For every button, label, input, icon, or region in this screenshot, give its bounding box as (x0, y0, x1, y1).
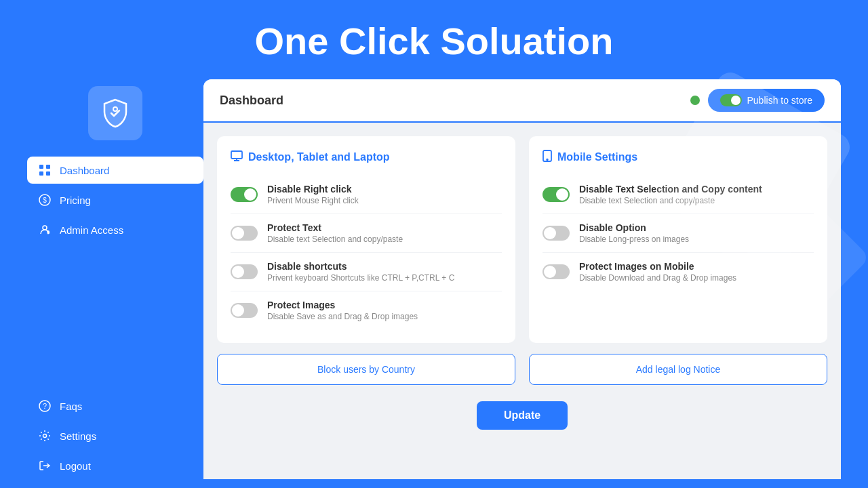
toggle-disable-right-click[interactable] (231, 187, 258, 202)
sidebar-logo (88, 86, 142, 140)
settings-label: Settings (60, 430, 96, 442)
status-indicator (690, 96, 700, 105)
sidebar-item-settings[interactable]: Settings (27, 422, 203, 449)
sidebar-item-pricing[interactable]: $ Pricing (27, 186, 203, 214)
admin-access-label: Admin Access (60, 224, 123, 236)
svg-rect-3 (39, 171, 43, 176)
toggle-protect-images[interactable] (231, 303, 258, 318)
update-section: Update (217, 396, 827, 435)
dashboard-page-title: Dashboard (220, 94, 283, 108)
toggle-disable-option[interactable] (542, 226, 570, 241)
svg-rect-4 (46, 171, 50, 176)
dashboard-label: Dashboard (60, 165, 109, 176)
logout-label: Logout (60, 460, 91, 472)
pricing-icon: $ (38, 193, 52, 207)
setting-item-protect-images: Protect Images Disable Save as and Drag … (231, 291, 502, 329)
admin-access-icon (38, 223, 52, 237)
setting-item-disable-shortcuts: Disable shortcuts Privent keyboard Short… (231, 253, 502, 291)
svg-rect-2 (46, 165, 50, 169)
publish-toggle[interactable] (720, 94, 742, 106)
desktop-settings-card: Desktop, Tablet and Laptop Disable Right… (217, 136, 515, 343)
block-users-button[interactable]: Block users by Country (217, 354, 515, 385)
mobile-icon (542, 150, 552, 165)
desktop-card-title: Desktop, Tablet and Laptop (231, 150, 502, 165)
setting-text-protect-images: Protect Images Disable Save as and Drag … (267, 300, 502, 321)
sidebar-nav: Dashboard $ Pricing Admin Access (27, 157, 203, 243)
settings-icon (38, 429, 52, 443)
sidebar-bottom-nav: ? Faqs Settings Logout (27, 392, 203, 479)
svg-point-11 (43, 434, 47, 438)
pricing-label: Pricing (60, 195, 91, 206)
svg-point-7 (43, 226, 47, 230)
monitor-icon (231, 150, 243, 165)
svg-text:$: $ (43, 197, 47, 204)
sidebar-item-logout[interactable]: Logout (27, 452, 203, 479)
sidebar: Dashboard $ Pricing Admin Access ? (27, 79, 203, 479)
svg-rect-13 (231, 151, 242, 159)
logout-icon (38, 459, 52, 472)
setting-item-disable-right-click: Disable Right click Privent Mouse Right … (231, 176, 502, 214)
svg-text:?: ? (43, 402, 47, 410)
toggle-disable-text-selection[interactable] (542, 187, 570, 202)
sidebar-item-faqs[interactable]: ? Faqs (27, 392, 203, 420)
dashboard-icon (38, 163, 52, 177)
setting-text-protect-text: Protect Text Disable text Selection and … (267, 222, 502, 244)
toggle-protect-images-mobile[interactable] (542, 264, 570, 279)
toggle-protect-text[interactable] (231, 226, 258, 241)
shield-logo-icon (99, 97, 132, 129)
update-button[interactable]: Update (477, 401, 568, 430)
bottom-buttons: Block users by Country Add legal log Not… (217, 354, 827, 385)
sidebar-item-dashboard[interactable]: Dashboard (27, 157, 203, 184)
page-title: One Click Soluation (0, 0, 868, 79)
faqs-label: Faqs (60, 401, 82, 412)
svg-point-17 (547, 159, 548, 161)
add-legal-button[interactable]: Add legal log Notice (529, 354, 827, 385)
setting-text-disable-shortcuts: Disable shortcuts Privent keyboard Short… (267, 261, 502, 283)
toggle-disable-shortcuts[interactable] (231, 264, 258, 279)
faqs-icon: ? (38, 399, 52, 413)
svg-rect-1 (39, 165, 43, 169)
sidebar-item-admin-access[interactable]: Admin Access (27, 216, 203, 243)
setting-text-disable-right-click: Disable Right click Privent Mouse Right … (267, 184, 502, 205)
setting-item-protect-text: Protect Text Disable text Selection and … (231, 214, 502, 253)
